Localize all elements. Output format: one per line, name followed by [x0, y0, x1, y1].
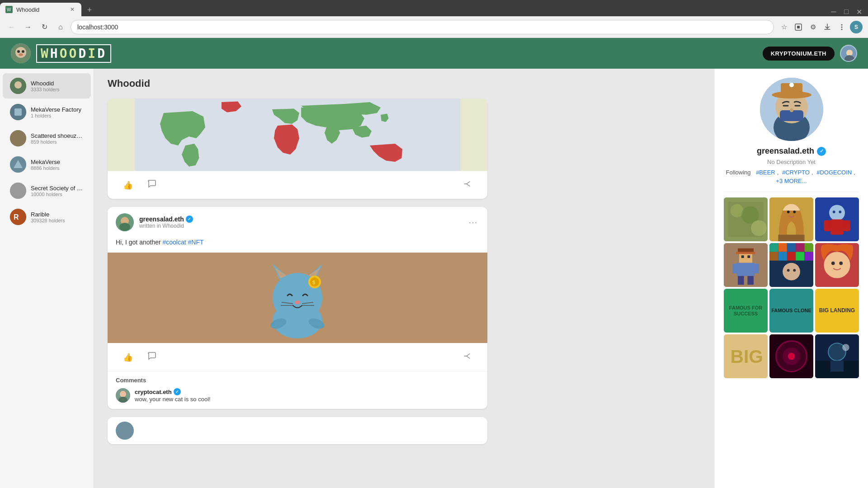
- maximize-button[interactable]: □: [841, 7, 852, 16]
- svg-rect-96: [805, 252, 813, 260]
- svg-rect-82: [738, 276, 744, 285]
- header-right: KRYPTONIUM.ETH: [763, 45, 857, 62]
- address-text: localhost:3000: [77, 23, 118, 31]
- user-avatar[interactable]: [840, 45, 857, 62]
- nft-item-11[interactable]: [769, 334, 813, 378]
- svg-point-115: [842, 344, 849, 351]
- nft-item-3[interactable]: [815, 197, 859, 241]
- svg-rect-91: [805, 243, 813, 252]
- svg-rect-78: [747, 255, 750, 258]
- sidebar-info-mekavfactory: MekaVerse Factory 1 holders: [31, 106, 84, 118]
- tab-close-button[interactable]: ✕: [69, 6, 76, 13]
- following-tag-beer[interactable]: #BEER: [756, 169, 775, 176]
- nft-item-5[interactable]: [769, 243, 813, 287]
- sidebar-info-meka: MekaVerse 8886 holders: [31, 159, 84, 171]
- greensalad-post-card: greensalad.eth ✓ written in Whoodid ⋯ Hi…: [108, 207, 487, 409]
- profile-section: greensalad.eth ✓ No Description Yet Foll…: [724, 78, 859, 192]
- comment-author: cryptocat.eth ✓: [135, 388, 479, 395]
- nft-item-1[interactable]: [724, 197, 768, 241]
- svg-rect-3: [797, 26, 800, 28]
- active-tab[interactable]: W Whoodid ✕: [0, 3, 81, 16]
- post-like-button[interactable]: 👍: [116, 350, 140, 365]
- nft-item-6[interactable]: [815, 243, 859, 287]
- svg-point-102: [824, 252, 850, 278]
- post-comment-button[interactable]: [140, 349, 164, 366]
- refresh-button[interactable]: ↻: [38, 21, 51, 33]
- forward-button[interactable]: →: [22, 21, 34, 33]
- extensions-icon[interactable]: [792, 21, 805, 33]
- nft-item-10[interactable]: BIG: [724, 334, 768, 378]
- nft-item-9[interactable]: BIG LANDING: [815, 289, 859, 333]
- sidebar-sub-mekavfactory: 1 holders: [31, 113, 84, 118]
- svg-rect-67: [778, 235, 804, 241]
- hashtag-coolcat[interactable]: #coolcat: [163, 239, 186, 246]
- following-tag-dogecoin[interactable]: #DOGECOIN: [816, 169, 852, 176]
- sidebar: Whoodid 3333 holders MekaVerse Factory 1…: [0, 69, 94, 488]
- home-button[interactable]: ⌂: [54, 21, 67, 33]
- svg-point-65: [787, 211, 790, 213]
- post-share-button[interactable]: [456, 349, 479, 366]
- post-text: Hi, I got another #coolcat #NFT: [108, 236, 487, 253]
- share-icon: [463, 179, 472, 191]
- nft-item-7[interactable]: FAMOUS FOR SUCCESS: [724, 289, 768, 333]
- close-window-button[interactable]: ✕: [854, 7, 864, 16]
- following-tag-crypto[interactable]: #CRYPTO: [782, 169, 810, 176]
- browser-profile-icon[interactable]: S: [850, 21, 863, 33]
- map-share-button[interactable]: [456, 177, 479, 193]
- sidebar-sub-secret: 10000 holders: [31, 192, 84, 197]
- sidebar-item-rarible[interactable]: R Rarible 309328 holders: [3, 204, 91, 230]
- address-bar[interactable]: localhost:3000: [71, 20, 774, 34]
- sidebar-avatar-rarible: R: [10, 209, 26, 225]
- svg-point-49: [116, 422, 134, 440]
- sidebar-info-rarible: Rarible 309328 holders: [31, 211, 84, 223]
- post-menu-button[interactable]: ⋯: [467, 215, 479, 230]
- browser-toolbar: ← → ↻ ⌂ localhost:3000 ☆ ⚙ S: [0, 16, 868, 38]
- sidebar-avatar-mekavfactory: [10, 104, 26, 120]
- nft-text-big-landing: BIG LANDING: [819, 308, 855, 314]
- svg-rect-71: [824, 220, 831, 231]
- map-post-actions: 👍: [108, 171, 487, 199]
- profile-following: Following #BEER, #CRYPTO, #DOGECOIN, +3 …: [724, 169, 859, 184]
- menu-icon[interactable]: [835, 21, 848, 33]
- map-comment-button[interactable]: [140, 177, 164, 193]
- svg-point-69: [829, 205, 845, 221]
- nft-item-12[interactable]: [815, 334, 859, 378]
- nft-item-8[interactable]: FAMOUS CLONE: [769, 289, 813, 333]
- nft-item-2[interactable]: [769, 197, 813, 241]
- settings-icon[interactable]: ⚙: [807, 21, 819, 33]
- sidebar-name-meka: MekaVerse: [31, 159, 84, 165]
- svg-point-98: [783, 263, 800, 281]
- sidebar-item-whoodid[interactable]: Whoodid 3333 holders: [3, 73, 91, 99]
- third-post-header: [108, 417, 487, 444]
- svg-point-16: [14, 81, 22, 89]
- map-like-button[interactable]: 👍: [116, 178, 140, 193]
- sidebar-item-secret[interactable]: Secret Society of Whales 10000 holders: [3, 178, 91, 203]
- new-tab-button[interactable]: +: [83, 4, 96, 16]
- back-button[interactable]: ←: [5, 21, 18, 33]
- sidebar-sub-rarible: 309328 holders: [31, 218, 84, 223]
- svg-rect-114: [830, 361, 844, 371]
- svg-point-13: [846, 50, 853, 56]
- download-icon[interactable]: [821, 21, 834, 33]
- svg-rect-80: [732, 264, 738, 273]
- sidebar-item-scattered[interactable]: Scattered shoeuzi Vol. 1 859 holders: [3, 126, 91, 151]
- svg-point-22: [10, 183, 26, 199]
- svg-rect-70: [830, 220, 844, 235]
- sidebar-item-mekavfactory[interactable]: MekaVerse Factory 1 holders: [3, 99, 91, 125]
- svg-point-110: [788, 353, 795, 360]
- nft-item-4[interactable]: [724, 243, 768, 287]
- svg-text:BIG: BIG: [731, 346, 763, 367]
- sidebar-name-rarible: Rarible: [31, 211, 84, 218]
- comment-verified-icon: ✓: [174, 388, 181, 395]
- post-share-icon: [463, 352, 472, 363]
- bookmark-icon[interactable]: ☆: [778, 21, 790, 33]
- following-more[interactable]: +3 MORE...: [776, 178, 807, 184]
- hashtag-nft[interactable]: #NFT: [188, 239, 204, 246]
- sidebar-sub-scattered: 859 holders: [31, 139, 84, 145]
- sidebar-item-meka[interactable]: MekaVerse 8886 holders: [3, 152, 91, 177]
- sidebar-name-secret: Secret Society of Whales: [31, 185, 84, 192]
- minimize-button[interactable]: ─: [828, 7, 839, 16]
- tab-favicon: W: [5, 6, 13, 13]
- author-verified-icon: ✓: [186, 216, 193, 223]
- ens-badge[interactable]: KRYPTONIUM.ETH: [763, 47, 835, 61]
